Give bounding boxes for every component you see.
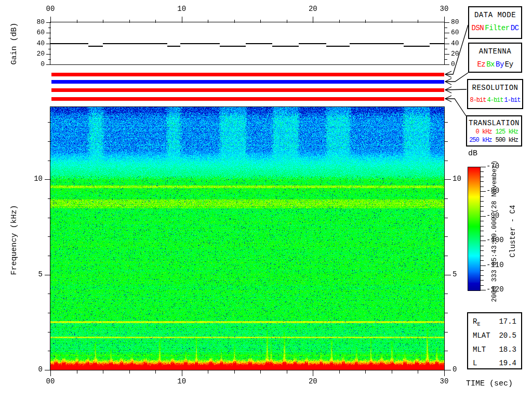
- resolution-title: RESOLUTION: [468, 84, 522, 92]
- time-tick-label-top: 00: [40, 5, 61, 12]
- freq-tick-label-left: 5: [21, 271, 43, 278]
- ephemeris-label: RE: [473, 317, 480, 327]
- gain-ytick-label-right: 0: [451, 61, 467, 68]
- translation-value: 500 kHz: [496, 137, 518, 144]
- ephemeris-value: 20.5: [499, 331, 516, 341]
- ephemeris-row: MLAT 20.5: [468, 331, 521, 341]
- translation-box: TRANSLATION 0 kHz125 kHz 250 kHz500 kHz: [466, 115, 522, 147]
- data-mode-values: DSNFilterDC: [469, 24, 521, 32]
- colorbar-tick-label: -80: [486, 187, 508, 194]
- antenna-box: ANTENNA EzBxByEy: [468, 43, 522, 73]
- translation-row: 0 kHz125 kHz: [467, 128, 521, 136]
- time-tick-label-bottom: 00: [40, 378, 61, 385]
- gain-ytick-label-left: 60: [22, 29, 45, 36]
- data-mode-box: DATA MODE DSNFilterDC: [468, 6, 522, 39]
- ephemeris-row: RE 17.1: [468, 317, 521, 327]
- time-tick-label-top: 30: [434, 5, 455, 12]
- resolution-value: 1-bit: [504, 97, 521, 104]
- gain-ytick-label-left: 80: [22, 19, 45, 26]
- antenna-values: EzBxByEy: [469, 60, 521, 69]
- resolution-bar: [51, 88, 444, 92]
- time-tick-label-top: 20: [302, 5, 323, 12]
- translation-value: 125 kHz: [496, 128, 518, 136]
- antenna-title: ANTENNA: [469, 47, 521, 56]
- frequency-axis-label: Frequency (kHz): [10, 205, 19, 275]
- timestamp-label: 2000 333 05:43:00.000 (28 November): [490, 160, 498, 302]
- arrow-line-translation: [445, 99, 466, 116]
- antenna-bar: [51, 80, 444, 84]
- freq-tick-label-right: 5: [453, 271, 468, 278]
- translation-value: 250 kHz: [469, 137, 491, 144]
- wbd-spectrogram-display: Gain (dB) Frequency (kHz) TIME (sec) dB …: [0, 0, 532, 399]
- data-mode-value: DC: [511, 24, 519, 32]
- gain-ytick-label-right: 20: [451, 50, 467, 58]
- resolution-value: 8-bit: [470, 97, 486, 104]
- resolution-values: 8-bit4-bit1-bit: [468, 97, 522, 104]
- resolution-value: 4-bit: [487, 97, 503, 104]
- spacecraft-label: Cluster - C4: [509, 205, 517, 258]
- colorbar-tick-label: -70: [486, 163, 508, 170]
- antenna-value: Ey: [505, 60, 513, 69]
- gain-ytick-label-left: 20: [22, 50, 45, 58]
- data-mode-value: DSN: [472, 24, 484, 32]
- translation-value: 0 kHz: [476, 128, 492, 136]
- time-tick-label-bottom: 10: [171, 378, 192, 385]
- spectrogram-frame: [50, 107, 445, 370]
- ephemeris-value: 18.3: [499, 345, 516, 355]
- resolution-box: RESOLUTION 8-bit4-bit1-bit: [467, 79, 523, 109]
- gain-ytick-label-left: 0: [22, 61, 45, 68]
- status-bars: [51, 73, 444, 101]
- ephemeris-label: L: [473, 359, 477, 369]
- translation-bar: [51, 97, 444, 101]
- translation-title: TRANSLATION: [467, 119, 521, 127]
- colorbar-tick-label: -120: [486, 286, 508, 293]
- time-tick-label-bottom: 30: [434, 378, 455, 385]
- gain-ytick-label-left: 40: [22, 40, 45, 47]
- antenna-value: Ez: [477, 60, 485, 69]
- ephemeris-value: 19.4: [499, 359, 516, 369]
- freq-tick-label-right: 0: [453, 366, 468, 373]
- freq-tick-label-left: 10: [21, 175, 43, 182]
- arrow-line-resolution: [445, 89, 467, 90]
- colorbar-tick-label: -110: [486, 261, 508, 269]
- translation-row: 250 kHz500 kHz: [467, 137, 521, 144]
- ephemeris-row: MLT 18.3: [468, 345, 521, 355]
- ephemeris-value: 17.1: [499, 317, 516, 327]
- gain-axis-label: Gain (dB): [10, 22, 19, 64]
- gain-ytick-label-right: 40: [451, 40, 467, 47]
- callout-arrows: [445, 25, 468, 116]
- data-mode-bar: [51, 73, 444, 76]
- gain-ytick-label-right: 60: [451, 29, 467, 36]
- gain-step-line: [50, 44, 444, 46]
- ephemeris-label: MLT: [473, 345, 486, 355]
- axis-ticks: [45, 17, 486, 376]
- freq-tick-label-right: 10: [453, 175, 468, 182]
- gain-ytick-label-right: 80: [451, 19, 467, 26]
- freq-tick-label-left: 0: [21, 366, 43, 373]
- data-mode-value: Filter: [485, 24, 509, 32]
- antenna-value: By: [496, 60, 504, 69]
- ephemeris-label: MLAT: [473, 331, 490, 341]
- data-mode-title: DATA MODE: [469, 11, 521, 19]
- colorbar-unit-label: dB: [468, 149, 477, 158]
- colorbar-tick-label: -100: [486, 236, 508, 244]
- colorbar-tick-label: -90: [486, 212, 508, 219]
- time-tick-label-top: 10: [171, 5, 192, 12]
- time-axis-label: TIME (sec): [466, 379, 513, 388]
- antenna-value: Bx: [486, 60, 495, 69]
- time-tick-label-bottom: 20: [302, 378, 323, 385]
- ephemeris-row: L 19.4: [468, 359, 521, 369]
- ephemeris-box: RE 17.1 MLAT 20.5 MLT 18.3 L 19.4: [467, 312, 522, 369]
